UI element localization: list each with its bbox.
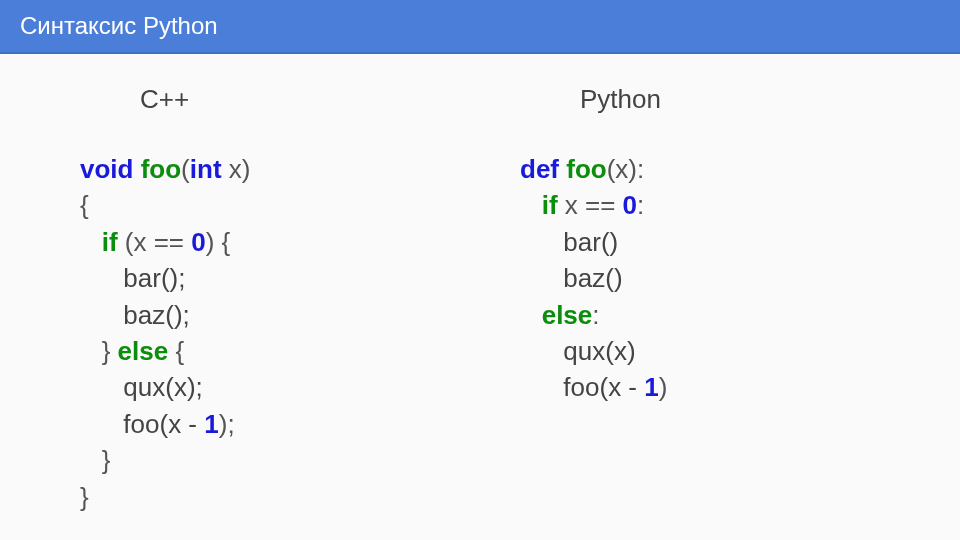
cpp-code: void foo(int x) { if (x == 0) { bar(); b… — [80, 151, 460, 515]
num-one: 1 — [204, 409, 218, 439]
cpp-title: C++ — [140, 84, 460, 115]
num-one-py: 1 — [644, 372, 658, 402]
call-foo-pre-py: foo(x - — [563, 372, 644, 402]
else-colon: : — [592, 300, 599, 330]
call-foo-pre: foo(x - — [123, 409, 204, 439]
cpp-column: C++ void foo(int x) { if (x == 0) { bar(… — [80, 84, 460, 515]
num-zero: 0 — [191, 227, 205, 257]
paren-open: ( — [181, 154, 190, 184]
if-cond-post: ) { — [206, 227, 231, 257]
python-column: Python def foo(x): if x == 0: bar() baz(… — [520, 84, 900, 515]
kw-def: def — [520, 154, 559, 184]
fn-foo: foo — [141, 154, 181, 184]
brace-inner: } — [102, 445, 111, 475]
python-title: Python — [580, 84, 900, 115]
kw-if: if — [102, 227, 118, 257]
if-post-py: : — [637, 190, 644, 220]
call-bar: bar(); — [123, 263, 185, 293]
python-code: def foo(x): if x == 0: bar() baz() else:… — [520, 151, 900, 406]
brace: { — [80, 190, 89, 220]
brace-open: { — [168, 336, 184, 366]
call-foo-post: ); — [219, 409, 235, 439]
call-foo-post-py: ) — [659, 372, 668, 402]
brace-outer: } — [80, 482, 89, 512]
call-bar-py: bar() — [563, 227, 618, 257]
kw-void: void — [80, 154, 133, 184]
kw-if-py: if — [542, 190, 558, 220]
brace-close: } — [102, 336, 118, 366]
kw-else-py: else — [542, 300, 593, 330]
slide-content: C++ void foo(int x) { if (x == 0) { bar(… — [0, 54, 960, 515]
sig-rest: (x): — [607, 154, 645, 184]
fn-foo-py: foo — [566, 154, 606, 184]
call-baz-py: baz() — [563, 263, 622, 293]
call-qux: qux(x); — [123, 372, 202, 402]
slide-title: Синтаксис Python — [20, 12, 218, 39]
slide-header: Синтаксис Python — [0, 0, 960, 54]
if-pre-py: x == — [558, 190, 623, 220]
if-cond-pre: (x == — [118, 227, 192, 257]
kw-int: int — [190, 154, 222, 184]
param-x: x) — [222, 154, 251, 184]
call-baz: baz(); — [123, 300, 189, 330]
num-zero-py: 0 — [623, 190, 637, 220]
call-qux-py: qux(x) — [563, 336, 635, 366]
kw-else: else — [118, 336, 169, 366]
